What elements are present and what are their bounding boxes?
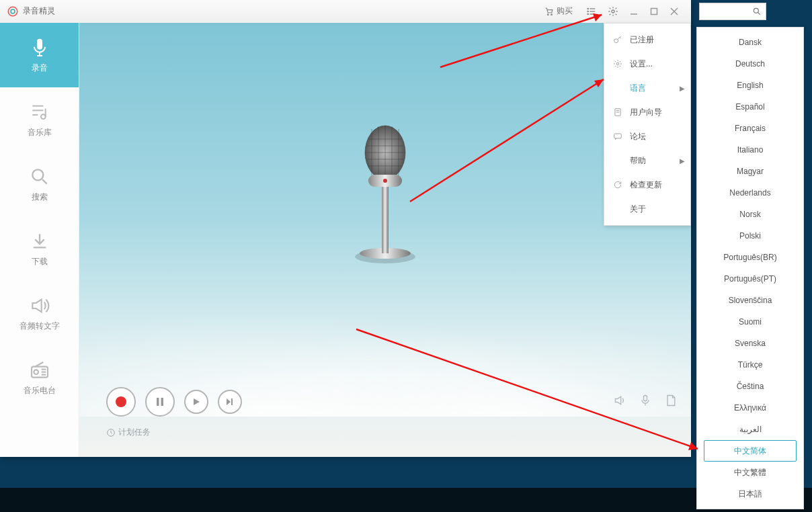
svg-point-8 [587, 11, 588, 11]
settings-button[interactable] [606, 5, 620, 18]
chevron-right-icon: ▶ [680, 85, 685, 92]
svg-point-19 [41, 114, 46, 119]
menu-item-label: 帮助 [630, 155, 646, 167]
sidebar-item-radio[interactable]: 音乐电台 [0, 345, 79, 410]
language-item[interactable]: Português(BR) [704, 247, 797, 268]
svg-rect-40 [644, 396, 647, 401]
close-button[interactable] [668, 5, 680, 17]
svg-point-1 [11, 9, 15, 13]
svg-point-3 [551, 13, 553, 15]
music-icon [29, 101, 50, 123]
language-item[interactable]: Português(PT) [704, 268, 797, 290]
sidebar-item-label: 音频转文字 [19, 321, 60, 332]
minimize-button[interactable] [628, 5, 640, 17]
right-icons [613, 394, 678, 410]
language-item[interactable]: 日本語 [704, 483, 797, 505]
svg-point-20 [32, 169, 43, 180]
language-item[interactable]: Français [704, 118, 797, 139]
svg-rect-12 [651, 8, 657, 14]
language-item[interactable]: 中文繁體 [704, 462, 797, 483]
language-item[interactable]: Dansk [704, 32, 797, 53]
mic-icon [29, 37, 50, 58]
menu-item-registered[interactable]: 已注册 [604, 28, 690, 52]
sidebar-item-label: 音乐库 [28, 127, 52, 138]
file-icon [664, 394, 678, 407]
sidebar-item-library[interactable]: 音乐库 [0, 87, 79, 152]
language-item[interactable]: Türkçe [704, 354, 797, 376]
menu-item-guide[interactable]: 用户向导 [604, 100, 690, 124]
language-item[interactable]: 中文简体 [704, 440, 797, 462]
list-button[interactable] [585, 5, 598, 18]
menu-item-label: 设置... [630, 58, 653, 70]
language-item[interactable]: Suomi [704, 311, 797, 333]
language-item[interactable]: Polski [704, 225, 797, 247]
language-item[interactable]: Deutsch [704, 53, 797, 75]
svg-point-10 [612, 10, 614, 13]
sidebar-item-label: 录音 [32, 62, 48, 74]
gear-icon [608, 6, 618, 17]
menu-item-label: 用户向导 [630, 107, 662, 118]
app-window: 录音精灵 购买 录音 音乐库 搜 [0, 0, 691, 457]
radio-icon [29, 359, 50, 381]
sidebar-item-download[interactable]: 下载 [0, 216, 79, 281]
record-button[interactable] [106, 387, 136, 417]
language-item[interactable]: Svenska [704, 333, 797, 354]
next-button[interactable] [218, 390, 242, 414]
maximize-icon [650, 7, 658, 15]
mic-settings-button[interactable] [639, 394, 652, 410]
volume-button[interactable] [613, 394, 626, 410]
language-item[interactable]: Español [704, 96, 797, 118]
app-logo-icon [7, 5, 19, 17]
schedule-task-button[interactable]: 计划任务 [106, 427, 151, 438]
language-item[interactable]: Magyar [704, 161, 797, 182]
search-box[interactable] [699, 3, 766, 20]
maximize-button[interactable] [648, 5, 660, 17]
close-icon [670, 7, 678, 15]
list-icon [586, 6, 597, 17]
language-item[interactable]: English [704, 75, 797, 96]
clock-icon [106, 428, 116, 437]
buy-button[interactable]: 购买 [544, 5, 573, 17]
play-button[interactable] [184, 390, 208, 414]
svg-rect-15 [37, 38, 42, 49]
pause-icon [155, 397, 165, 407]
language-item[interactable]: Ελληνικά [704, 397, 797, 419]
main-area: 计划任务 [79, 23, 691, 457]
language-item[interactable]: Čeština [704, 376, 797, 397]
menu-item-settings[interactable]: 设置... [604, 52, 690, 76]
menu-item-update[interactable]: 检查更新 [604, 173, 690, 197]
chat-icon [612, 131, 623, 142]
sidebar-item-search[interactable]: 搜索 [0, 152, 79, 216]
app-title: 录音精灵 [23, 5, 55, 17]
mic-small-icon [639, 394, 652, 407]
menu-item-forum[interactable]: 论坛 [604, 124, 690, 148]
sidebar-item-transcribe[interactable]: 音频转文字 [0, 281, 79, 345]
gear-icon [612, 58, 623, 69]
language-item[interactable]: العربية [704, 419, 797, 440]
volume-icon [613, 394, 626, 407]
language-item[interactable]: Nederlands [704, 182, 797, 204]
format-button[interactable] [664, 394, 678, 410]
svg-point-23 [34, 370, 38, 374]
language-menu: DanskDeutschEnglishEspañolFrançaisItalia… [696, 27, 804, 509]
svg-point-9 [587, 13, 588, 14]
menu-item-language[interactable]: 语言 ▶ [604, 76, 690, 100]
sidebar-item-record[interactable]: 录音 [0, 23, 79, 87]
language-item[interactable]: Italiano [704, 139, 797, 161]
titlebar: 录音精灵 购买 [0, 0, 691, 23]
svg-marker-37 [194, 398, 200, 405]
menu-item-label: 论坛 [630, 131, 646, 142]
menu-item-help[interactable]: 帮助 ▶ [604, 148, 690, 173]
svg-line-49 [758, 13, 760, 15]
language-item[interactable]: Norsk [704, 204, 797, 225]
doc-icon [612, 107, 623, 118]
buy-label: 购买 [557, 5, 573, 17]
svg-rect-39 [231, 398, 233, 405]
language-item[interactable]: Slovenščina [704, 290, 797, 311]
next-icon [226, 398, 234, 406]
pause-button[interactable] [145, 387, 175, 417]
chevron-right-icon: ▶ [680, 157, 685, 165]
svg-line-21 [42, 179, 47, 184]
menu-item-label: 检查更新 [630, 179, 662, 191]
menu-item-about[interactable]: 关于 [604, 197, 690, 221]
